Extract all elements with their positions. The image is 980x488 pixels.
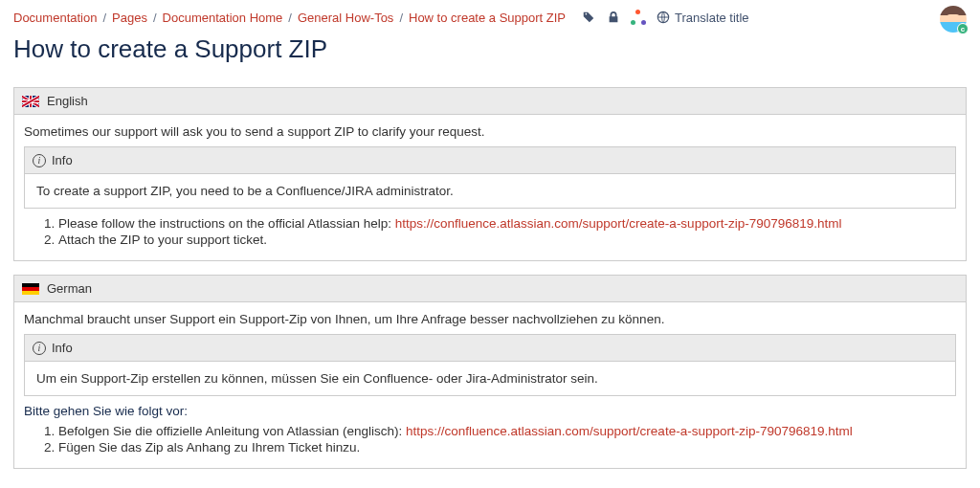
globe-icon: [656, 10, 671, 25]
info-panel-header: i Info: [25, 335, 955, 362]
breadcrumb-separator: /: [399, 11, 403, 25]
intro-text: Sometimes our support will ask you to se…: [24, 124, 956, 139]
info-panel: i Info Um ein Support-Zip erstellen zu k…: [24, 334, 956, 396]
steps-intro: Bitte gehen Sie wie folgt vor:: [24, 404, 956, 418]
step-item: Befolgen Sie die offizielle Anleitung vo…: [58, 424, 956, 438]
external-help-link[interactable]: https://confluence.atlassian.com/support…: [395, 216, 842, 231]
breadcrumb-separator: /: [288, 11, 292, 25]
translate-title-button[interactable]: Translate title: [656, 10, 749, 25]
language-body-german: Manchmal braucht unser Support ein Suppo…: [14, 302, 966, 468]
page-toolbar: Translate title: [581, 10, 749, 25]
info-panel-header: i Info: [25, 147, 955, 174]
info-icon: i: [33, 154, 46, 167]
language-header-english: English: [14, 88, 966, 115]
info-title: Info: [52, 153, 73, 167]
steps-list: Please follow the instructions on the of…: [58, 216, 956, 247]
avatar-status-badge: c: [957, 23, 969, 34]
info-panel: i Info To create a support ZIP, you need…: [24, 146, 956, 209]
info-panel-body: To create a support ZIP, you need to be …: [25, 174, 955, 208]
language-block-german: German Manchmal braucht unser Support ei…: [13, 275, 967, 469]
breadcrumb-documentation[interactable]: Documentation: [13, 11, 97, 25]
breadcrumb: Documentation / Pages / Documentation Ho…: [13, 11, 566, 25]
app-switcher-icon[interactable]: [631, 10, 646, 25]
steps-list: Befolgen Sie die offizielle Anleitung vo…: [58, 424, 956, 455]
page-header: Documentation / Pages / Documentation Ho…: [0, 0, 980, 29]
breadcrumb-documentation-home[interactable]: Documentation Home: [163, 11, 283, 25]
external-help-link[interactable]: https://confluence.atlassian.com/support…: [406, 424, 853, 438]
step-text: Befolgen Sie die offizielle Anleitung vo…: [58, 424, 406, 438]
flag-de-icon: [22, 283, 39, 295]
info-title: Info: [52, 341, 73, 355]
step-text: Please follow the instructions on the of…: [58, 216, 395, 231]
breadcrumb-separator: /: [102, 11, 106, 25]
user-avatar[interactable]: c: [940, 6, 967, 33]
step-item: Attach the ZIP to your support ticket.: [58, 233, 956, 247]
language-body-english: Sometimes our support will ask you to se…: [14, 115, 966, 260]
language-label: English: [47, 94, 88, 108]
info-icon: i: [33, 342, 46, 355]
info-panel-body: Um ein Support-Zip erstellen zu können, …: [25, 362, 955, 395]
breadcrumb-general-howtos[interactable]: General How-Tos: [298, 11, 393, 25]
breadcrumb-current[interactable]: How to create a Support ZIP: [409, 11, 566, 25]
flag-uk-icon: [22, 96, 39, 107]
language-label: German: [47, 281, 92, 296]
translate-title-label: Translate title: [675, 11, 749, 25]
lock-icon[interactable]: [606, 10, 621, 25]
language-header-german: German: [14, 276, 966, 302]
breadcrumb-separator: /: [153, 11, 157, 25]
language-block-english: English Sometimes our support will ask y…: [13, 87, 967, 261]
page-title: How to create a Support ZIP: [0, 29, 980, 81]
breadcrumb-pages[interactable]: Pages: [112, 11, 147, 25]
intro-text: Manchmal braucht unser Support ein Suppo…: [24, 312, 956, 326]
step-item: Fügen Sie das Zip als Anhang zu Ihrem Ti…: [58, 440, 956, 455]
step-item: Please follow the instructions on the of…: [58, 216, 956, 231]
tag-icon[interactable]: [581, 10, 596, 25]
